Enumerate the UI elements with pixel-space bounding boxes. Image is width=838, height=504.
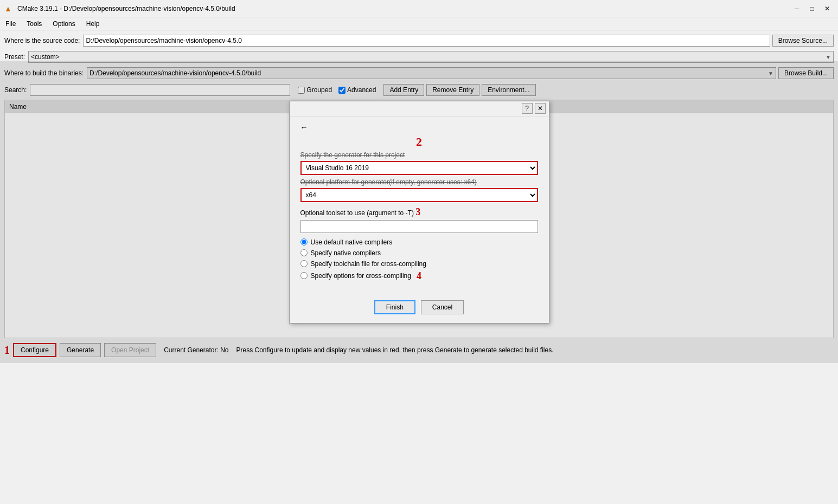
app-icon: ▲	[4, 4, 13, 13]
source-row: Where is the source code: Browse Source.…	[4, 34, 834, 48]
modal-dialog: ? ✕ ← 2 Specify the generator for this p…	[289, 101, 549, 324]
radio-group: Use default native compilers Specify nat…	[300, 238, 538, 281]
radio-label-3: Specify options for cross-compiling	[311, 272, 411, 280]
modal-titlebar: ? ✕	[290, 101, 549, 117]
finish-button[interactable]: Finish	[374, 300, 415, 314]
menu-tools[interactable]: Tools	[23, 19, 45, 29]
browse-source-button[interactable]: Browse Source...	[772, 35, 834, 47]
annotation-4: 4	[417, 271, 421, 281]
generator-select[interactable]: Visual Studio 16 2019 Visual Studio 15 2…	[300, 161, 538, 175]
main-window: Where is the source code: Browse Source.…	[0, 30, 838, 363]
toolset-input[interactable]	[300, 220, 538, 233]
platform-select[interactable]: x64 x86 ARM ARM64	[300, 188, 538, 202]
title-bar: ▲ CMake 3.19.1 - D:/Develop/opensources/…	[0, 0, 838, 17]
close-window-button[interactable]: ✕	[821, 3, 834, 14]
radio-default-compilers[interactable]	[300, 238, 308, 245]
modal-step-number: 2	[300, 135, 538, 149]
radio-item-1[interactable]: Specify native compilers	[300, 249, 538, 257]
menu-options[interactable]: Options	[49, 19, 78, 29]
radio-cross-compiling[interactable]	[300, 272, 308, 279]
radio-item-2[interactable]: Specify toolchain file for cross-compili…	[300, 260, 538, 268]
radio-toolchain-file[interactable]	[300, 260, 308, 267]
radio-label-0: Use default native compilers	[311, 238, 393, 246]
radio-native-compilers[interactable]	[300, 249, 308, 256]
modal-help-button[interactable]: ?	[522, 103, 533, 114]
radio-item-3[interactable]: Specify options for cross-compiling 4	[300, 271, 538, 281]
source-label: Where is the source code:	[4, 37, 80, 44]
minimize-button[interactable]: ─	[790, 3, 803, 14]
maximize-button[interactable]: □	[805, 3, 818, 14]
modal-footer: Finish Cancel	[290, 297, 549, 323]
preset-arrow-icon: ▼	[826, 54, 831, 60]
modal-body: ← 2 Specify the generator for this proje…	[290, 117, 549, 297]
preset-value: <custom>	[31, 53, 60, 61]
radio-label-2: Specify toolchain file for cross-compili…	[311, 260, 426, 268]
window-title: CMake 3.19.1 - D:/Develop/opensources/ma…	[17, 5, 235, 12]
radio-item-0[interactable]: Use default native compilers	[300, 238, 538, 246]
modal-back-button[interactable]: ←	[300, 123, 308, 132]
generator-section-label: Specify the generator for this project	[300, 151, 538, 159]
modal-overlay: ? ✕ ← 2 Specify the generator for this p…	[0, 61, 838, 363]
modal-close-button[interactable]: ✕	[535, 103, 546, 114]
menu-file[interactable]: File	[2, 19, 19, 29]
preset-label: Preset:	[4, 53, 25, 61]
source-input[interactable]	[83, 35, 770, 47]
cancel-button[interactable]: Cancel	[421, 300, 464, 314]
radio-label-1: Specify native compilers	[311, 249, 381, 257]
platform-section-label: Optional platform for generator(if empty…	[300, 178, 538, 186]
annotation-3: 3	[415, 206, 420, 217]
toolset-section-label: Optional toolset to use (argument to -T)…	[300, 206, 538, 218]
menu-bar: File Tools Options Help	[0, 17, 838, 30]
menu-help[interactable]: Help	[83, 19, 103, 29]
